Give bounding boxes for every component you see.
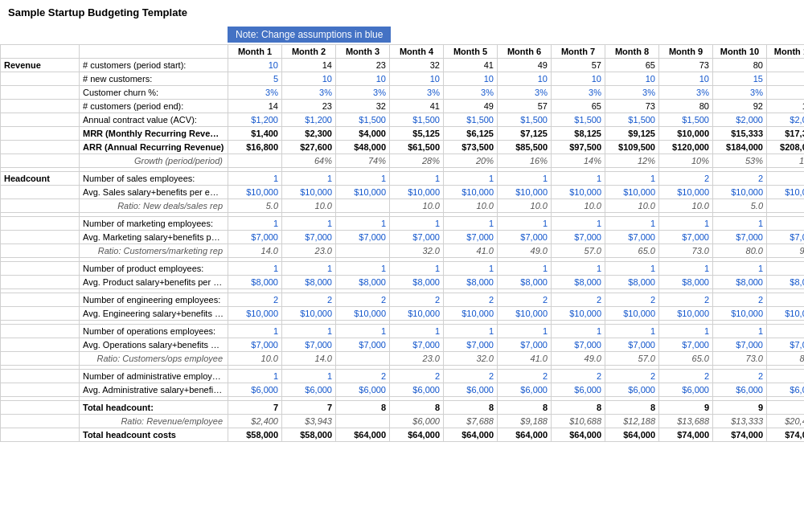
value-cell: 65.0 [659,352,713,366]
row-label-cell: # customers (period end): [80,100,228,113]
value-cell: 10.0 [498,199,552,213]
section-label-cell [1,370,80,383]
value-cell: 92.0 [767,244,805,258]
value-cell: 1 [498,172,552,186]
value-cell: 2 [767,370,805,383]
value-cell: $10,000 [282,307,336,321]
value-cell: 1 [336,325,390,338]
value-cell: $2,000 [767,113,805,127]
value-cell: 73.0 [713,352,767,366]
value-cell: $10,000 [444,307,498,321]
value-cell: 1 [767,217,805,231]
value-cell: $6,000 [336,383,390,397]
col-month2: Month 2 [282,45,336,59]
value-cell: $1,200 [228,113,282,127]
row-label-cell: # new customers: [80,72,228,86]
value-cell: 10 [444,72,498,86]
row-label-cell: Total headcount: [80,401,228,415]
value-cell: $10,000 [605,186,659,199]
value-cell: $7,000 [228,338,282,352]
value-cell [336,244,390,258]
value-cell: 2 [444,293,498,307]
value-cell: $16,800 [228,141,282,154]
value-cell: 1 [228,262,282,276]
value-cell: $7,000 [282,338,336,352]
value-cell [228,154,282,168]
value-cell: 2 [336,370,390,383]
row-label-cell: ARR (Annual Recurring Revenue) [80,141,228,154]
value-cell: 1 [228,325,282,338]
value-cell: 3% [659,86,713,100]
value-cell: 10 [390,72,444,86]
table-row: Avg. Sales salary+benefits per emp.:$10,… [1,186,805,199]
value-cell: 3% [390,86,444,100]
row-label-cell: Ratio: Revenue/employee [80,415,228,428]
value-cell: 28% [390,154,444,168]
value-cell: 92 [767,59,805,72]
value-cell: 2 [390,293,444,307]
value-cell: 49.0 [552,352,605,366]
section-label-cell [1,86,80,100]
table-row: Customer churn %:3%3%3%3%3%3%3%3%3%3%3%3… [1,86,805,100]
value-cell: 1 [390,217,444,231]
value-cell: $6,000 [552,383,605,397]
value-cell: 10 [552,72,605,86]
value-cell: 2 [228,293,282,307]
value-cell: $8,000 [713,276,767,289]
table-row: HeadcountNumber of sales employees:11111… [1,172,805,186]
value-cell: 73.0 [659,244,713,258]
value-cell: 14.0 [282,352,336,366]
value-cell: $27,600 [282,141,336,154]
value-cell: $6,000 [498,383,552,397]
value-cell: 49 [498,59,552,72]
value-cell: 1 [336,217,390,231]
value-cell: $74,000 [659,428,713,442]
value-cell: $7,000 [282,231,336,244]
value-cell: $6,000 [444,383,498,397]
value-cell: 10.0 [659,199,713,213]
value-cell: $64,000 [498,428,552,442]
table-row: Revenue# customers (period start):101423… [1,59,805,72]
value-cell: $64,000 [605,428,659,442]
value-cell: 1 [552,325,605,338]
value-cell [336,199,390,213]
value-cell: 2 [498,293,552,307]
value-cell: $1,500 [552,113,605,127]
table-row: Total headcount:778888889999 [1,401,805,415]
value-cell: 1 [498,217,552,231]
value-cell: $7,000 [336,231,390,244]
value-cell: 73 [605,100,659,113]
row-label-cell: Number of engineering employees: [80,293,228,307]
value-cell: $184,000 [713,141,767,154]
section-label-cell [1,127,80,141]
row-label-cell: MRR (Monthly Recurring Revenue) [80,127,228,141]
value-cell: $64,000 [552,428,605,442]
value-cell: 57 [498,100,552,113]
value-cell: $64,000 [336,428,390,442]
value-cell: $13,333 [713,415,767,428]
value-cell: 104 [767,100,805,113]
value-cell: $1,500 [605,113,659,127]
value-cell: 5.0 [713,199,767,213]
section-label-cell [1,262,80,276]
value-cell: $10,000 [336,307,390,321]
value-cell: $10,000 [713,307,767,321]
value-cell: $6,000 [659,383,713,397]
value-cell: $2,300 [282,127,336,141]
value-cell: $7,125 [498,127,552,141]
value-cell: $7,000 [552,231,605,244]
value-cell: 2 [659,172,713,186]
value-cell: 1 [390,262,444,276]
value-cell: 5 [228,72,282,86]
value-cell: 3% [282,86,336,100]
section-label-cell [1,428,80,442]
value-cell: $7,000 [713,231,767,244]
table-row: Number of product employees:111111111111 [1,262,805,276]
table-row: Avg. Engineering salary+benefits per emp… [1,307,805,321]
value-cell: $6,000 [713,383,767,397]
section-label-cell [1,415,80,428]
value-cell: 3% [605,86,659,100]
col-month1: Month 1 [228,45,282,59]
value-cell: $10,000 [767,307,805,321]
col-label [80,45,228,59]
